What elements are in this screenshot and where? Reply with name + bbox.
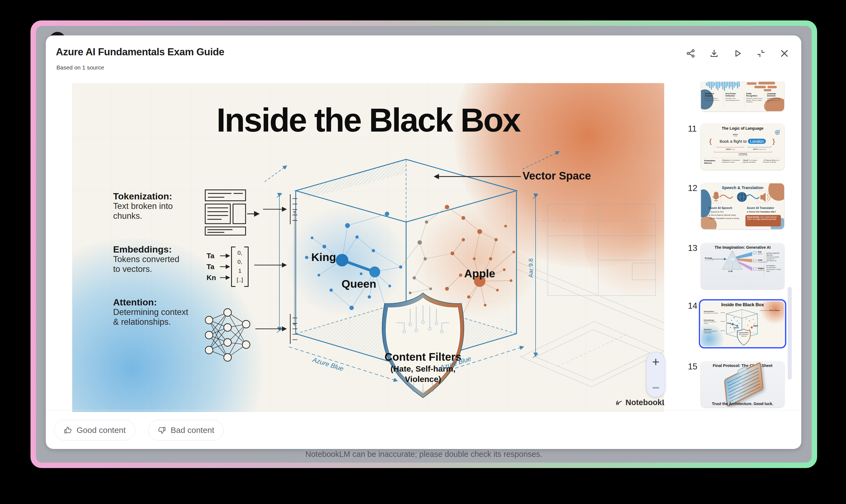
brand-identity-callout: Brand Identity: Use "Custom Neural Voice… — [745, 215, 781, 227]
col-body: Identifies main topics/talking points. — [725, 97, 742, 101]
bad-content-button[interactable]: Bad content — [148, 420, 224, 440]
divider — [723, 93, 724, 107]
mini-shield2: (Hate, Self-harm, — [736, 334, 752, 335]
close-icon[interactable] — [779, 48, 790, 59]
thumb-title: The Logic of Language — [701, 126, 784, 130]
thumbnail-slide-14-selected[interactable]: Inside the Black Box — [699, 299, 786, 348]
disclaimer-text: NotebookLM can be inaccurate; please dou… — [36, 450, 812, 459]
divider — [704, 158, 781, 158]
speech-item-3: ◆ Audio Translation (Voice-to-Voice) — [709, 217, 739, 220]
cheat-sheet-clipboard — [724, 361, 763, 407]
slide-number-12: 12 — [688, 183, 697, 193]
play-icon[interactable] — [732, 48, 743, 59]
utterance-sub: (What user said) — [727, 155, 759, 156]
slideshow-dialog: Azure AI Fundamentals Exam Guide Based o… — [46, 35, 801, 449]
bracket-line — [748, 146, 771, 147]
brace-left: { — [709, 138, 712, 145]
speech-heading: Azure AI Speech — [709, 206, 732, 210]
speech-item-1: ◆ Speech-to-Text — [709, 211, 723, 213]
col-body: Identifies specific items: People, Place… — [746, 97, 763, 103]
zoom-controls: + − — [647, 352, 665, 397]
speech-pipeline-graphic — [701, 191, 784, 204]
thumb-title: Final Protocol: The Cheat Sheet — [701, 363, 784, 368]
thumbs-down-icon — [158, 426, 166, 434]
thumbnail-slide-15[interactable]: Final Protocol: The Cheat Sheet Trust th… — [701, 361, 784, 407]
col-body: Positive / Neutral / Negative. Score 0–1… — [705, 97, 722, 101]
queen-label: Queen — [341, 277, 376, 290]
bad-content-label: Bad content — [171, 426, 214, 435]
thumbnail-slide-12[interactable]: Speech & Translation Azur — [701, 183, 784, 229]
collapse-icon[interactable] — [756, 48, 766, 59]
slide-inside-the-black-box: Inside the Black Box Vector Space Tokeni… — [72, 83, 664, 412]
thumbnail-slide-13[interactable]: The Imagination: Generative AI — [701, 243, 784, 289]
intent-bottom-label: INTENT (Goal) — [722, 148, 739, 150]
page-title: Azure AI Fundamentals Exam Guide — [56, 46, 224, 58]
zoom-out-button[interactable]: − — [652, 382, 659, 393]
notebooklm-page-background: NotebookLM can be inaccurate; please dou… — [36, 26, 812, 463]
target-icon — [774, 129, 780, 136]
apple-label: Apple — [464, 267, 495, 280]
thumbs-up-icon — [64, 426, 72, 434]
embedding-tokens: Ta Ta Kn — [207, 250, 216, 283]
download-icon[interactable] — [709, 48, 720, 59]
thumb-footer: Trust the Architecture. Good luck. — [701, 401, 784, 406]
col-heading: LanguageDetection — [767, 93, 776, 97]
output-code: Code — [758, 259, 763, 261]
slide-number-11: 11 — [688, 124, 697, 134]
thumb-title: Speech & Translation — [701, 185, 784, 190]
prompt-label: Prompt — [705, 257, 712, 259]
col-body: Identifies dominant language (e.g., 'en'… — [767, 97, 783, 103]
col-heading: Key PhraseExtraction — [725, 93, 736, 97]
metric-1: • Precision: % of positive predictions c… — [722, 159, 741, 163]
speech-item-2: ◆ Text-to-Speech (Neural Voice) — [709, 214, 736, 216]
translator-item-1: ◆ Text-to-Text Translation ONLY — [747, 211, 776, 213]
dialog-toolbar — [685, 48, 790, 59]
utterance-sentence: Book a flight to London — [713, 139, 772, 144]
sidebar-scrollbar[interactable] — [788, 287, 792, 379]
mini-apple: Apple — [753, 325, 758, 327]
output-images: Images — [758, 267, 764, 269]
slide-number-15: 15 — [688, 362, 697, 372]
decor-bar — [705, 259, 713, 260]
thumb-title: The Imagination: Generative AI — [701, 245, 784, 250]
thumbnail-slide-10[interactable]: SentimentAnalysis Positive / Neutral / N… — [701, 82, 784, 111]
good-content-button[interactable]: Good content — [54, 420, 135, 440]
intent-top-sub: (Goal) — [727, 136, 743, 137]
shield-line3: Violence) — [374, 375, 472, 384]
llm-label: LLM — [728, 270, 732, 272]
metric-3: • F1 Score: Balance of Precision & Recal… — [763, 159, 782, 163]
slide-title: Inside the Black Box — [72, 101, 664, 139]
mini-c2: Tokens converted to vectors. — [704, 321, 720, 324]
note-copilots: ◆ Copilots:AI assistants grounded in YOU… — [766, 265, 782, 272]
bracket-line — [717, 146, 744, 147]
entity-bottom-label: ENTITY (Target Item) — [752, 148, 768, 150]
col-heading: SentimentAnalysis — [705, 93, 714, 97]
footer-divider — [46, 410, 801, 410]
gradient-window-frame: NotebookLM can be inaccurate; please dou… — [31, 20, 817, 468]
output-text: Text — [758, 251, 761, 253]
col-heading: EntityRecognition — [746, 93, 757, 97]
mini-c1: Text broken into chunks. — [704, 312, 720, 314]
king-label: King — [293, 251, 336, 264]
concept-tokenization: Tokenization: Text broken into chunks. — [113, 191, 211, 221]
entity-pill: London — [748, 139, 766, 144]
divider — [765, 93, 765, 107]
embedding-vector: 0, 0, 1 [..] — [231, 247, 249, 287]
mini-shield3: Violence) — [736, 335, 752, 337]
divider — [744, 93, 744, 107]
brace-right: } — [772, 138, 775, 145]
zoom-in-button[interactable]: + — [652, 356, 659, 367]
mini-queen: Queen — [734, 327, 739, 328]
translator-heading: Azure AI Translator — [747, 206, 774, 210]
mini-vector-space: Vector Space — [770, 309, 780, 311]
slide-number-13: 13 — [688, 243, 697, 253]
output-text-sub: (GPT) — [758, 253, 762, 255]
vector-space-label: Vector Space — [523, 170, 591, 182]
mini-shield1: Content Filters — [736, 332, 752, 334]
notebooklm-logo-icon — [615, 399, 623, 407]
share-icon[interactable] — [685, 48, 696, 59]
thumbnail-slide-11[interactable]: The Logic of Language INTENT (Goal) { } … — [701, 124, 784, 170]
screen: NotebookLM can be inaccurate; please dou… — [0, 0, 846, 504]
clipboard-lines — [727, 366, 760, 402]
concept-attention: Attention: Determining context & relatio… — [113, 297, 211, 327]
